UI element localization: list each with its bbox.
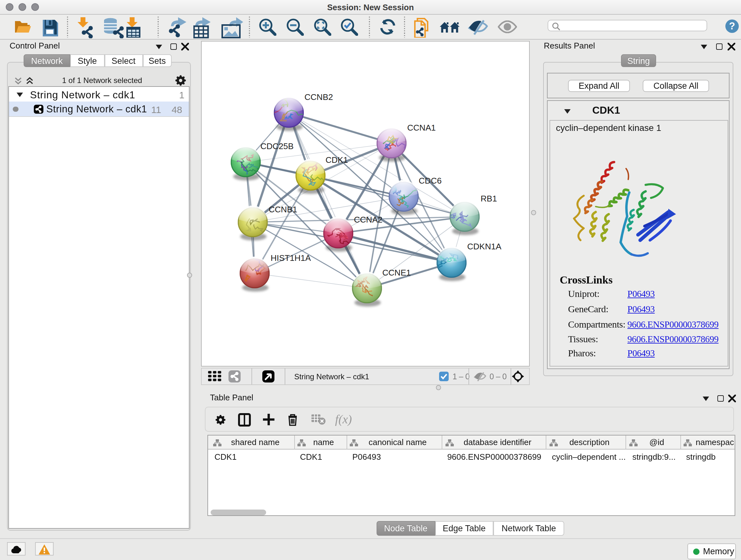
svg-text:HIST1H1A: HIST1H1A xyxy=(271,253,311,263)
svg-text:CCNB1: CCNB1 xyxy=(269,205,297,214)
svg-text:CDC25B: CDC25B xyxy=(260,141,293,151)
svg-text:RB1: RB1 xyxy=(481,194,497,203)
svg-text:CDC6: CDC6 xyxy=(419,176,442,186)
svg-text:CCNA1: CCNA1 xyxy=(407,123,435,132)
svg-text:?: ? xyxy=(729,20,735,32)
svg-text:CCNA2: CCNA2 xyxy=(354,215,382,225)
svg-text:CCNB2: CCNB2 xyxy=(305,92,333,102)
svg-text:CDKN1A: CDKN1A xyxy=(467,242,501,251)
svg-text:CCNE1: CCNE1 xyxy=(382,268,411,277)
svg-text:CDK1: CDK1 xyxy=(326,155,348,165)
